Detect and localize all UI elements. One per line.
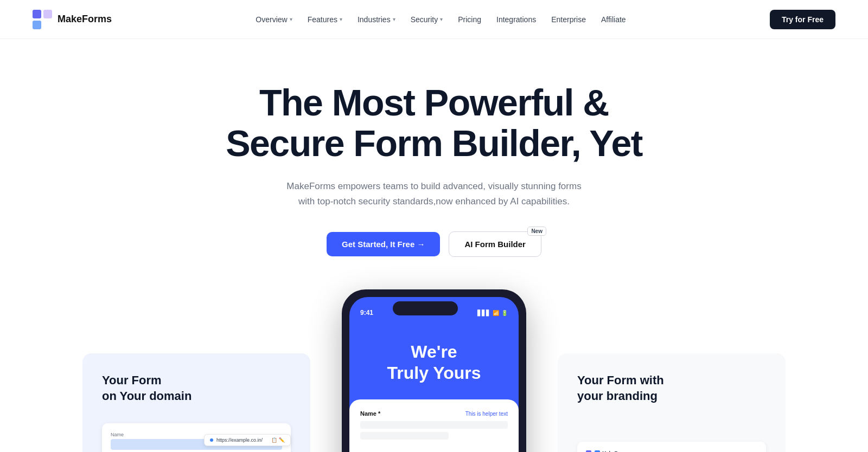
phone-status-bar: 9:41 ▋▋▋ 📶 🔋 (349, 297, 519, 325)
nav-item-security[interactable]: Security ▾ (404, 11, 450, 28)
battery-icon: 🔋 (501, 310, 508, 316)
hero-subtext: MakeForms empowers teams to build advanc… (282, 179, 586, 210)
get-started-button[interactable]: Get Started, It Free → (327, 232, 440, 256)
domain-card-title: Your Formon Your domain (102, 373, 291, 404)
phone-status-icons: ▋▋▋ 📶 🔋 (477, 310, 508, 316)
signal-icon: ▋▋▋ (477, 310, 490, 316)
domain-card-mock: https://example.co.in/ 📋 ✏️ Name Phone N… (102, 417, 291, 452)
new-badge: New (527, 227, 546, 236)
phone-form-input (360, 421, 508, 429)
branding-card-mock: MakeForms Name * Email * (577, 417, 766, 452)
nav-item-overview[interactable]: Overview ▾ (249, 11, 298, 28)
phone-form-label: Name * (360, 410, 380, 417)
chevron-down-icon: ▾ (290, 16, 292, 22)
nav-item-enterprise[interactable]: Enterprise (545, 11, 592, 28)
hero-headline: The Most Powerful & Secure Form Builder,… (201, 82, 667, 164)
nav-item-pricing[interactable]: Pricing (451, 11, 488, 28)
navbar: MakeForms Overview ▾ Features ▾ Industri… (0, 0, 868, 39)
phone-screen: 9:41 ▋▋▋ 📶 🔋 We'reTruly Yours Name * Thi… (349, 297, 519, 452)
domain-card: Your Formon Your domain https://example.… (82, 353, 310, 452)
branding-card-title: Your Form withyour branding (577, 373, 766, 404)
ai-form-builder-button[interactable]: AI Form Builder New (449, 231, 541, 257)
branding-mock: MakeForms Name * Email * (577, 442, 766, 452)
phone-hero-text: We'reTruly Yours (349, 325, 519, 394)
brand-name: MakeForms (58, 14, 112, 25)
feature-cards: Your Formon Your domain https://example.… (54, 289, 814, 452)
chevron-down-icon: ▾ (393, 16, 395, 22)
logo[interactable]: MakeForms (33, 10, 112, 29)
nav-item-features[interactable]: Features ▾ (301, 11, 349, 28)
chevron-down-icon: ▾ (440, 16, 443, 22)
hero-buttons: Get Started, It Free → AI Form Builder N… (201, 231, 667, 257)
chevron-down-icon: ▾ (340, 16, 342, 22)
nav-item-industries[interactable]: Industries ▾ (351, 11, 402, 28)
phone-form-card: Name * This is helper text (349, 399, 519, 452)
hero-section: The Most Powerful & Secure Form Builder,… (190, 39, 678, 289)
phone-time: 9:41 (360, 309, 373, 317)
logo-icon (33, 10, 52, 29)
chip-dot-icon (210, 438, 213, 442)
ai-form-builder-label: AI Form Builder (464, 240, 526, 249)
phone-form-row: Name * This is helper text (360, 410, 508, 417)
nav-item-affiliate[interactable]: Affiliate (595, 11, 633, 28)
phone-form-helper: This is helper text (465, 411, 508, 417)
try-for-free-button[interactable]: Try for Free (770, 10, 835, 29)
nav-links: Overview ▾ Features ▾ Industries ▾ Secur… (249, 11, 632, 28)
phone-frame: 9:41 ▋▋▋ 📶 🔋 We'reTruly Yours Name * Thi… (342, 289, 526, 452)
nav-item-integrations[interactable]: Integrations (490, 11, 542, 28)
wifi-icon: 📶 (493, 310, 499, 316)
phone-card-wrap: 9:41 ▋▋▋ 📶 🔋 We'reTruly Yours Name * Thi… (323, 289, 545, 452)
phone-notch (393, 301, 458, 315)
branding-card: Your Form withyour branding MakeForms Na… (558, 353, 786, 452)
domain-chip: https://example.co.in/ 📋 ✏️ (204, 434, 291, 446)
